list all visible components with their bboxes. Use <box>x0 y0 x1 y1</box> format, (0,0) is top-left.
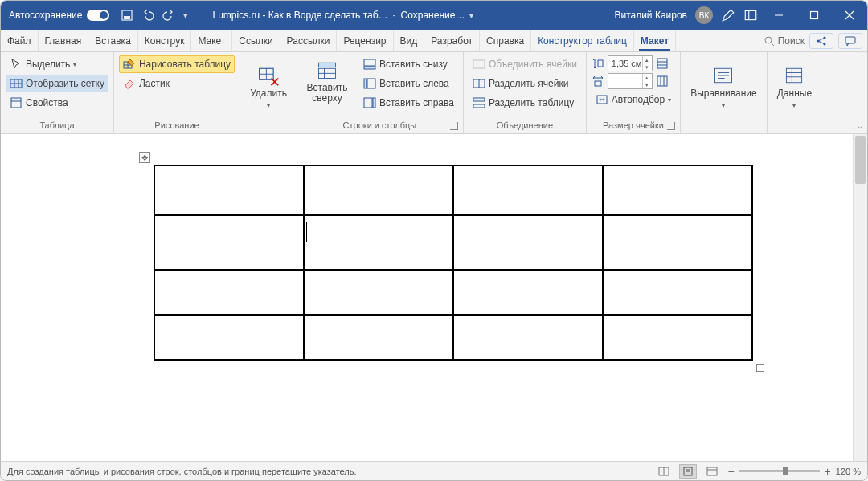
page-canvas[interactable]: ✥ <box>1 134 853 461</box>
table-cell[interactable] <box>304 270 453 315</box>
table-cell[interactable] <box>453 215 603 270</box>
text-cursor <box>306 222 307 242</box>
group-cell-size: 1,35 см▴▾ ▴▾ Автоподбор▾ Размер ячейки <box>587 52 681 133</box>
table-cell[interactable] <box>453 315 603 360</box>
ribbon-display-icon[interactable] <box>743 8 758 22</box>
split-cells-button[interactable]: Разделить ячейки <box>469 75 581 92</box>
maximize-button[interactable] <box>796 1 832 30</box>
zoom-out-button[interactable]: − <box>727 465 734 478</box>
table-cell[interactable] <box>304 165 453 215</box>
insert-below-button[interactable]: Вставить снизу <box>359 55 458 73</box>
tab-table-design[interactable]: Конструктор таблиц <box>531 30 634 51</box>
title-dropdown-icon[interactable]: ▾ <box>469 11 473 20</box>
group-label-draw: Рисование <box>119 119 235 133</box>
scrollbar-thumb[interactable] <box>855 136 866 184</box>
qat-more-icon[interactable]: ▾ <box>183 10 188 21</box>
table-move-handle[interactable]: ✥ <box>139 152 150 163</box>
view-print-button[interactable] <box>679 464 697 479</box>
title-bar: Автосохранение ▾ Lumpics.ru - Как в Ворд… <box>1 1 867 30</box>
tab-table-layout[interactable]: Макет <box>634 30 676 51</box>
redo-icon[interactable] <box>162 9 175 22</box>
svg-rect-31 <box>318 63 335 67</box>
tab-file[interactable]: Файл <box>1 30 39 51</box>
search-box[interactable]: Поиск <box>764 35 805 47</box>
cursor-icon <box>10 58 23 71</box>
tab-mailings[interactable]: Рассылки <box>280 30 338 51</box>
document-title-area: Lumpics.ru - Как в Ворде сделать таб… - … <box>212 10 614 21</box>
tab-developer[interactable]: Разработ <box>424 30 480 51</box>
tab-home[interactable]: Главная <box>39 30 89 51</box>
table-cell[interactable] <box>453 270 603 315</box>
minimize-button[interactable] <box>761 1 796 30</box>
autosave-toggle[interactable]: Автосохранение <box>9 10 109 21</box>
save-icon[interactable] <box>121 9 133 22</box>
table-cell[interactable] <box>304 215 453 270</box>
collapse-ribbon-icon[interactable]: ⌵ <box>858 121 862 130</box>
insert-left-button[interactable]: Вставить слева <box>359 75 458 92</box>
col-width-input[interactable]: ▴▾ <box>608 73 653 89</box>
view-web-button[interactable] <box>703 464 721 479</box>
table-cell[interactable] <box>154 165 304 215</box>
table-cell[interactable] <box>154 315 304 360</box>
view-gridlines-button[interactable]: Отобразить сетку <box>6 75 108 92</box>
autofit-icon <box>596 93 608 106</box>
group-label-table: Таблица <box>6 119 108 133</box>
avatar[interactable]: ВК <box>695 6 713 24</box>
dialog-launcher-icon[interactable] <box>667 122 675 130</box>
table-cell[interactable] <box>603 165 752 215</box>
tab-design[interactable]: Конструк <box>138 30 192 51</box>
distribute-rows-icon[interactable] <box>656 57 669 70</box>
eraser-button[interactable]: Ластик <box>119 75 235 92</box>
insert-above-button[interactable]: Вставить сверху <box>301 55 353 119</box>
svg-rect-41 <box>473 98 485 101</box>
zoom-value[interactable]: 120 % <box>836 467 861 476</box>
split-table-button[interactable]: Разделить таблицу <box>469 94 581 112</box>
tab-insert[interactable]: Вставка <box>88 30 138 51</box>
table-cell[interactable] <box>304 315 453 360</box>
window-controls <box>761 1 867 30</box>
svg-rect-12 <box>845 37 855 43</box>
delete-button[interactable]: Удалить▾ <box>245 61 292 112</box>
save-state: Сохранение… <box>401 10 465 21</box>
table-cell[interactable] <box>154 270 304 315</box>
table-cell[interactable] <box>453 165 603 215</box>
table-cell[interactable] <box>603 215 752 270</box>
autofit-button[interactable]: Автоподбор▾ <box>592 91 675 108</box>
group-draw: Нарисовать таблицу Ластик Рисование <box>114 52 240 133</box>
view-read-button[interactable] <box>655 464 673 479</box>
properties-button[interactable]: Свойства <box>6 94 108 112</box>
svg-rect-65 <box>707 467 717 475</box>
close-button[interactable] <box>832 1 867 30</box>
zoom-in-button[interactable]: + <box>825 465 831 478</box>
insert-right-button[interactable]: Вставить справа <box>359 94 458 112</box>
select-button[interactable]: Выделить▾ <box>6 55 108 73</box>
dialog-launcher-icon[interactable] <box>450 122 458 130</box>
table-resize-handle[interactable] <box>756 364 764 372</box>
table-cell[interactable] <box>603 315 752 360</box>
tab-help[interactable]: Справка <box>480 30 531 51</box>
distribute-cols-icon[interactable] <box>656 75 669 88</box>
draw-table-button[interactable]: Нарисовать таблицу <box>119 55 235 73</box>
group-alignment: Выравнивание▾ <box>681 52 768 133</box>
tab-review[interactable]: Рецензир <box>337 30 393 51</box>
table-cell[interactable] <box>154 215 304 270</box>
zoom-slider[interactable] <box>739 470 820 472</box>
comments-button[interactable] <box>838 33 862 49</box>
vertical-scrollbar[interactable] <box>853 134 867 461</box>
zoom-thumb[interactable] <box>783 467 788 475</box>
data-button[interactable]: Данные▾ <box>772 61 817 112</box>
tab-view[interactable]: Вид <box>394 30 425 51</box>
user-table[interactable] <box>154 165 753 361</box>
share-button[interactable] <box>809 33 833 49</box>
alignment-button[interactable]: Выравнивание▾ <box>686 61 762 112</box>
tab-references[interactable]: Ссылки <box>232 30 280 51</box>
row-height-input[interactable]: 1,35 см▴▾ <box>608 55 653 71</box>
svg-point-9 <box>817 39 820 42</box>
table-cell[interactable] <box>603 270 752 315</box>
search-placeholder: Поиск <box>778 35 805 47</box>
svg-rect-4 <box>811 12 818 19</box>
pen-mode-icon[interactable] <box>721 8 735 22</box>
tab-layout[interactable]: Макет <box>191 30 232 51</box>
undo-icon[interactable] <box>141 9 154 22</box>
col-width-icon <box>592 75 604 88</box>
